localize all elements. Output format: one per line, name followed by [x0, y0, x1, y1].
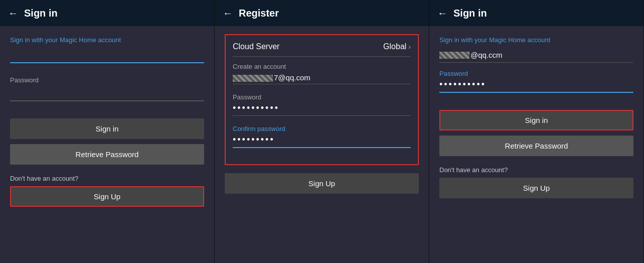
screen2-email-group: 7@qq.com: [233, 73, 411, 84]
screen1-email-input[interactable]: [10, 48, 204, 63]
screen3-email-row: @qq.ccm: [439, 48, 633, 63]
screen3-password-group: Password ••••••••••: [439, 70, 633, 93]
screen2-back-arrow-icon[interactable]: ←: [223, 8, 233, 19]
cloud-server-region: Global ›: [383, 42, 411, 51]
screen1-body: Sign in with your Magic Home account Pas…: [0, 26, 214, 263]
chevron-right-icon: ›: [408, 43, 411, 51]
screen1-password-label: Password: [10, 76, 204, 84]
screen1-signin-button[interactable]: Sign in: [10, 118, 204, 139]
screen2-title: Register: [239, 8, 279, 19]
screen3-password-label: Password: [439, 70, 633, 77]
screen-signin-1: ← Sign in Sign in with your Magic Home a…: [0, 0, 215, 263]
screen2-confirm-dots: •••••••••: [233, 135, 411, 145]
screen2-password-group: Password ••••••••••: [233, 93, 411, 116]
back-arrow-icon[interactable]: ←: [8, 8, 18, 19]
screen2-password-label: Password: [233, 93, 411, 101]
screen1-retrieve-button[interactable]: Retrieve Password: [10, 144, 204, 165]
screen1-title: Sign in: [24, 8, 58, 19]
screen3-signup-button[interactable]: Sign Up: [439, 178, 633, 198]
screen2-body: Cloud Server Global › Create an account …: [215, 26, 429, 263]
screen3-no-account-text: Don't have an account?: [439, 166, 633, 174]
screen2-email-display: 7@qq.com: [233, 73, 411, 82]
screen-register: ← Register Cloud Server Global › Create …: [215, 0, 429, 263]
redacted-email-icon: [233, 75, 273, 82]
screen3-subtitle[interactable]: Sign in with your Magic Home account: [439, 36, 633, 44]
screen2-confirm-label: Confirm password: [233, 125, 411, 133]
screen3-title: Sign in: [453, 8, 487, 19]
screen3-back-arrow-icon[interactable]: ←: [437, 8, 447, 19]
screen2-header: ← Register: [215, 0, 429, 26]
screen1-no-account-text: Don't have an account?: [10, 175, 204, 182]
cloud-server-row[interactable]: Cloud Server Global ›: [233, 42, 411, 57]
screen1-password-input[interactable]: [10, 86, 204, 101]
register-box: Cloud Server Global › Create an account …: [225, 34, 419, 165]
screen2-confirm-password-group: Confirm password •••••••••: [233, 125, 411, 148]
create-account-label: Create an account: [233, 63, 411, 70]
screen3-header: ← Sign in: [429, 0, 643, 26]
screen3-body: Sign in with your Magic Home account @qq…: [429, 26, 643, 263]
screen3-email-text: @qq.ccm: [470, 51, 503, 59]
screen3-password-dots: ••••••••••: [439, 79, 633, 90]
screen-signin-3: ← Sign in Sign in with your Magic Home a…: [429, 0, 644, 263]
screen1-signup-button[interactable]: Sign Up: [10, 186, 204, 207]
screen1-email-group: [10, 48, 204, 63]
screen1-subtitle[interactable]: Sign in with your Magic Home account: [10, 36, 204, 44]
cloud-server-label: Cloud Server: [233, 42, 279, 51]
screen3-retrieve-button[interactable]: Retrieve Password: [439, 136, 633, 156]
screen1-header: ← Sign in: [0, 0, 214, 26]
screen2-signup-button[interactable]: Sign Up: [225, 173, 419, 194]
screen2-password-dots: ••••••••••: [233, 103, 411, 113]
screen3-signin-button[interactable]: Sign in: [439, 110, 633, 130]
screen1-password-group: Password: [10, 76, 204, 101]
screen3-redacted-email-icon: [439, 52, 469, 59]
